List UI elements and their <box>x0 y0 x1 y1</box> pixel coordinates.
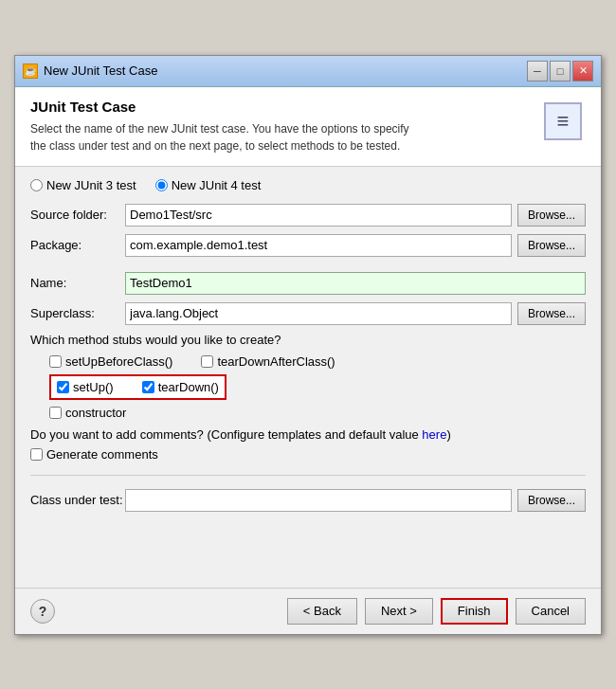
header-title: JUnit Test Case <box>30 99 409 115</box>
title-bar: ☕ New JUnit Test Case ─ □ ✕ <box>15 56 601 87</box>
comments-section: Do you want to add comments? (Configure … <box>30 427 586 462</box>
constructor-label[interactable]: constructor <box>49 406 126 420</box>
header-description: Select the name of the new JUnit test ca… <box>30 120 409 154</box>
teardown-after-class-label[interactable]: tearDownAfterClass() <box>201 354 335 369</box>
setup-label[interactable]: setUp() <box>57 380 114 394</box>
junit3-radio[interactable] <box>30 179 43 191</box>
source-folder-browse-button[interactable]: Browse... <box>517 204 586 227</box>
stubs-row1: setUpBeforeClass() tearDownAfterClass() <box>49 354 586 369</box>
package-row: Package: Browse... <box>30 234 586 257</box>
close-button[interactable]: ✕ <box>572 61 593 82</box>
button-row: ? < Back Next > Finish Cancel <box>15 588 601 634</box>
maximize-button[interactable]: □ <box>550 61 571 82</box>
title-bar-left: ☕ New JUnit Test Case <box>23 63 157 79</box>
comments-question: Do you want to add comments? (Configure … <box>30 427 586 442</box>
class-under-test-label: Class under test: <box>30 493 125 507</box>
junit3-radio-label[interactable]: New JUnit 3 test <box>30 178 136 192</box>
configure-templates-link[interactable]: here <box>422 427 446 442</box>
setup-before-class-checkbox[interactable] <box>49 355 62 368</box>
source-folder-label: Source folder: <box>30 208 125 222</box>
generate-comments-checkbox[interactable] <box>30 448 43 461</box>
setup-checkbox[interactable] <box>57 381 69 393</box>
source-folder-row: Source folder: Browse... <box>30 204 586 227</box>
stubs-section-label: Which method stubs would you like to cre… <box>30 333 586 347</box>
junit4-radio-label[interactable]: New JUnit 4 test <box>155 178 262 192</box>
divider <box>30 475 586 476</box>
back-button[interactable]: < Back <box>287 598 357 625</box>
class-under-test-browse-button[interactable]: Browse... <box>517 489 586 512</box>
header-panel: JUnit Test Case Select the name of the n… <box>15 87 601 167</box>
source-folder-input[interactable] <box>125 204 512 227</box>
junit-icon: ≡ <box>544 102 582 140</box>
class-under-test-row: Class under test: Browse... <box>30 489 586 512</box>
header-icon-area: ≡ <box>540 99 586 144</box>
constructor-checkbox[interactable] <box>49 407 62 419</box>
teardown-label[interactable]: tearDown() <box>142 380 219 394</box>
name-label: Name: <box>30 276 125 290</box>
setup-before-class-label[interactable]: setUpBeforeClass() <box>49 354 172 369</box>
junit4-radio[interactable] <box>155 179 168 191</box>
dialog-window: ☕ New JUnit Test Case ─ □ ✕ JUnit Test C… <box>14 55 602 635</box>
minimize-button[interactable]: ─ <box>527 61 548 82</box>
class-under-test-input[interactable] <box>125 489 512 512</box>
teardown-after-class-checkbox[interactable] <box>201 355 213 368</box>
package-browse-button[interactable]: Browse... <box>517 234 586 257</box>
help-button[interactable]: ? <box>30 599 55 624</box>
stubs-area: setUpBeforeClass() tearDownAfterClass() … <box>30 354 586 420</box>
name-row: Name: <box>30 272 586 295</box>
next-button[interactable]: Next > <box>365 598 433 625</box>
window-title: New JUnit Test Case <box>44 63 157 78</box>
teardown-checkbox[interactable] <box>142 381 154 393</box>
spacer <box>15 531 601 588</box>
title-controls: ─ □ ✕ <box>527 61 593 82</box>
stubs-row3: constructor <box>49 406 586 420</box>
generate-comments-label[interactable]: Generate comments <box>30 447 586 462</box>
finish-button[interactable]: Finish <box>441 598 508 625</box>
junit-version-radios: New JUnit 3 test New JUnit 4 test <box>30 178 586 192</box>
window-icon: ☕ <box>23 63 38 79</box>
superclass-browse-button[interactable]: Browse... <box>517 302 586 325</box>
main-content: New JUnit 3 test New JUnit 4 test Source… <box>15 167 601 531</box>
header-content: JUnit Test Case Select the name of the n… <box>30 99 409 154</box>
cancel-button[interactable]: Cancel <box>516 598 586 625</box>
name-input[interactable] <box>125 272 586 295</box>
superclass-row: Superclass: Browse... <box>30 302 586 325</box>
superclass-label: Superclass: <box>30 306 125 320</box>
stubs-row2-highlighted: setUp() tearDown() <box>49 374 226 400</box>
package-input[interactable] <box>125 234 512 257</box>
package-label: Package: <box>30 238 125 252</box>
superclass-input[interactable] <box>125 302 512 325</box>
